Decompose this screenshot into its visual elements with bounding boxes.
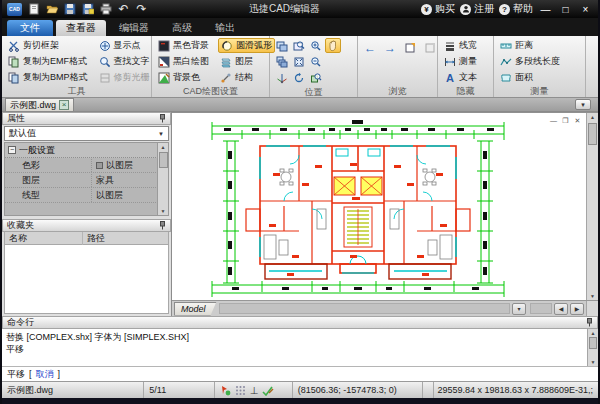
- minimize-button[interactable]: —: [538, 2, 553, 16]
- undo-icon[interactable]: ↶: [117, 3, 130, 16]
- mdi-restore-icon[interactable]: ❐: [561, 116, 570, 125]
- zoom-window-button[interactable]: [291, 38, 307, 53]
- draw-mode-icon[interactable]: [262, 385, 274, 396]
- scroll-up-icon[interactable]: ▲: [590, 114, 595, 120]
- bw-drawing-button[interactable]: 黑白绘图: [156, 54, 211, 69]
- mdi-close-icon[interactable]: ✕: [573, 116, 582, 125]
- property-preset-value: 默认值: [9, 127, 36, 140]
- layers-button[interactable]: 图层: [218, 54, 275, 69]
- zoom-out-button[interactable]: [308, 54, 324, 69]
- property-row-linetype[interactable]: 线型 以图层: [5, 188, 168, 203]
- ribbon-group-browse: ← → 浏览: [358, 36, 438, 97]
- black-bg-button[interactable]: 黑色背景: [156, 38, 211, 53]
- close-button[interactable]: ×: [578, 2, 593, 16]
- horizontal-scroll-track[interactable]: [530, 303, 552, 314]
- yen-icon: ¥: [421, 4, 432, 15]
- tab-advanced[interactable]: 高级: [162, 20, 202, 36]
- scroll-down-icon[interactable]: ▼: [591, 359, 596, 365]
- view-3d-button[interactable]: [274, 70, 290, 85]
- command-input[interactable]: 平移 [ 取消 ]: [2, 367, 598, 382]
- property-preset-dropdown[interactable]: 默认值 ▼: [4, 126, 169, 141]
- print-icon[interactable]: [99, 3, 112, 16]
- show-points-button[interactable]: 显示点: [97, 38, 152, 53]
- zoom-extents-button[interactable]: [308, 70, 324, 85]
- open-file-icon[interactable]: [45, 3, 58, 16]
- pan-button[interactable]: [325, 38, 341, 53]
- refresh-view-button[interactable]: [291, 70, 307, 85]
- layout-list-button[interactable]: ▾: [512, 303, 526, 315]
- distance-button[interactable]: 距离: [498, 38, 562, 53]
- line-width-button[interactable]: 线宽: [442, 38, 479, 53]
- properties-header: 属性: [2, 112, 171, 125]
- scroll-down-icon[interactable]: ▼: [590, 293, 595, 299]
- scroll-up-icon[interactable]: ▲: [161, 144, 166, 150]
- tab-file[interactable]: 文件: [7, 20, 53, 36]
- scroll-up-icon[interactable]: ▲: [591, 330, 596, 336]
- redo-icon[interactable]: ↷: [135, 3, 148, 16]
- drawing-canvas[interactable]: — ❐ ✕ ▲ ▼ Model ▾ ◀ ▶: [172, 112, 598, 316]
- cascade-windows-button[interactable]: [274, 54, 290, 69]
- pin-icon[interactable]: [586, 318, 593, 327]
- new-file-icon[interactable]: [27, 3, 40, 16]
- collapse-icon[interactable]: −: [8, 146, 16, 154]
- model-tab[interactable]: Model: [174, 302, 217, 316]
- find-text-button[interactable]: 查找文字: [97, 54, 152, 69]
- pin-icon[interactable]: [159, 221, 166, 230]
- cancel-link[interactable]: 取消: [36, 368, 54, 381]
- ribbon-collapse-button[interactable]: ▾: [575, 99, 591, 110]
- zoom-in-button[interactable]: [308, 38, 324, 53]
- favorites-col-path[interactable]: 路径: [83, 232, 105, 245]
- back-button[interactable]: ←: [362, 40, 378, 55]
- tab-output[interactable]: 输出: [205, 20, 245, 36]
- forward-button[interactable]: →: [382, 40, 398, 55]
- property-grid-scrollbar[interactable]: ▲ ▼: [157, 143, 168, 215]
- mdi-minimize-icon[interactable]: —: [549, 116, 558, 125]
- zoom-window-icon: [293, 40, 305, 52]
- command-history-line: 替换 [COMPLEX.shx] 字体为 [SIMPLEX.SHX]: [6, 331, 582, 343]
- bg-color-button[interactable]: 背景色: [156, 70, 211, 85]
- polyline-length-button[interactable]: 多段线长度: [498, 54, 562, 69]
- property-row-layer[interactable]: 图层 家具: [5, 173, 168, 188]
- maximize-button[interactable]: □: [558, 2, 573, 16]
- grid-snap-icon[interactable]: [235, 385, 246, 396]
- new-view-window-button[interactable]: [274, 38, 290, 53]
- document-tab[interactable]: 示例图.dwg ×: [5, 98, 74, 111]
- scrollbar-thumb[interactable]: [588, 123, 597, 145]
- tab-viewer[interactable]: 查看器: [56, 20, 106, 36]
- ortho-mode-icon[interactable]: ⊥: [250, 385, 259, 396]
- structure-button[interactable]: 结构: [218, 70, 275, 85]
- horizontal-scroll-track[interactable]: [219, 303, 510, 314]
- hide-measure-button[interactable]: 测量: [442, 54, 479, 69]
- scrollbar-thumb[interactable]: [159, 152, 168, 168]
- copy-emf-button[interactable]: 复制为EMF格式: [6, 54, 90, 69]
- smooth-arc-button[interactable]: 圆滑弧形: [218, 38, 275, 53]
- scroll-left-icon[interactable]: ◀: [554, 303, 568, 315]
- next-page-button[interactable]: [402, 40, 418, 55]
- hide-text-button[interactable]: A 文本: [442, 70, 479, 85]
- pin-icon[interactable]: [159, 114, 166, 123]
- area-button[interactable]: 面积: [498, 70, 562, 85]
- favorites-col-name[interactable]: 名称: [5, 232, 83, 245]
- tab-editor[interactable]: 编辑器: [109, 20, 159, 36]
- buy-button[interactable]: ¥ 购买: [421, 2, 455, 16]
- help-button[interactable]: ? 帮助: [499, 2, 533, 16]
- cut-frame-button[interactable]: 剪切框架: [6, 38, 90, 53]
- canvas-vertical-scrollbar[interactable]: ▲ ▼: [586, 113, 598, 300]
- command-scrollbar[interactable]: ▲ ▼: [587, 329, 598, 366]
- scroll-down-icon[interactable]: ▼: [161, 208, 166, 214]
- register-button[interactable]: 注册: [460, 2, 494, 16]
- property-row-color[interactable]: 色彩 以图层: [5, 158, 168, 173]
- property-group-row[interactable]: − 一般设置: [5, 143, 168, 158]
- document-tab-close-icon[interactable]: ×: [59, 100, 69, 110]
- command-history[interactable]: 替换 [COMPLEX.shx] 字体为 [SIMPLEX.SHX] 平移 ▲ …: [2, 329, 598, 367]
- scrollbar-thumb[interactable]: [589, 337, 597, 349]
- app-logo-icon[interactable]: CAD: [7, 3, 22, 16]
- fit-to-screen-button[interactable]: [291, 54, 307, 69]
- scroll-right-icon[interactable]: ▶: [570, 303, 584, 315]
- save-as-icon[interactable]: [81, 3, 94, 16]
- favorites-list[interactable]: [4, 245, 169, 314]
- tracking-mode-icon[interactable]: [220, 385, 231, 396]
- question-icon: ?: [499, 4, 510, 15]
- copy-bmp-button[interactable]: 复制为BMP格式: [6, 70, 90, 85]
- save-icon[interactable]: [63, 3, 76, 16]
